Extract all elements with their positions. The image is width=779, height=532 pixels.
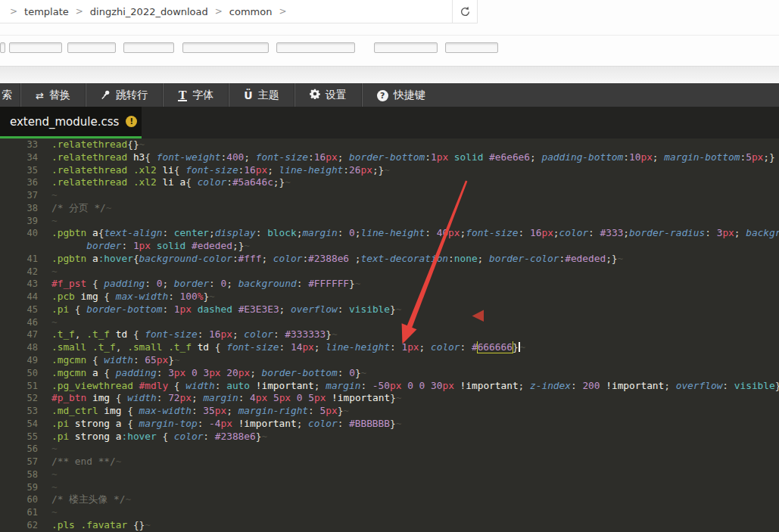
code-line-text: #f_pst { padding: 0; border: 0; backgrou…: [38, 278, 779, 291]
toolbar-item-label: 跳转行: [116, 89, 148, 102]
toolbar-item-label: 主题: [258, 89, 279, 102]
code-line[interactable]: 53.md_ctrl img { max-width: 35px; margin…: [0, 405, 779, 418]
toolbar-item-replace[interactable]: ⇄替换: [21, 83, 85, 107]
partial-button[interactable]: [445, 42, 498, 53]
eol-marker: ~: [343, 405, 349, 416]
code-line[interactable]: 61~: [0, 506, 779, 519]
code-line[interactable]: 35.relatethread .xl2 li{ font-size:16px;…: [0, 164, 779, 177]
eol-marker: ~: [618, 253, 624, 264]
code-line[interactable]: 51.pg_viewthread #mdly { width: auto !im…: [0, 380, 779, 393]
code-line[interactable]: 33.relatethread{}~: [0, 138, 779, 151]
eol-marker: ~: [51, 506, 58, 518]
toolbar-item-search[interactable]: 索: [0, 83, 20, 107]
tab-label: extend_module.css: [10, 115, 119, 129]
theme-icon: Ü: [244, 89, 252, 101]
toolbar-item-settings[interactable]: 设置: [295, 83, 361, 107]
partial-button[interactable]: [182, 42, 269, 53]
line-number: 35: [0, 164, 38, 177]
code-editor[interactable]: 33.relatethread{}~34.relatethread h3{ fo…: [0, 138, 779, 532]
code-line[interactable]: 56~: [0, 443, 779, 456]
code-line-text: .pi strong a { margin-top: -4px !importa…: [38, 418, 779, 431]
partial-button[interactable]: [276, 42, 355, 53]
code-line-text: .small .t_f, .small .t_f td { font-size:…: [38, 341, 779, 354]
eol-marker: ~: [384, 164, 390, 176]
line-number: 46: [0, 316, 38, 329]
breadcrumb-item[interactable]: template: [24, 6, 69, 17]
line-number: 60: [0, 493, 38, 506]
code-line-text: .pgbtn a:hover{background-color:#fff; co…: [38, 253, 779, 266]
line-number: 45: [0, 303, 38, 316]
partial-button[interactable]: [123, 42, 174, 53]
line-number: 55: [0, 431, 38, 443]
code-line[interactable]: 52#p_btn img { width: 72px; margin: 4px …: [0, 392, 779, 405]
line-number: 59: [0, 481, 38, 494]
eol-marker: ~: [51, 215, 58, 226]
code-line[interactable]: 46~: [0, 316, 779, 329]
code-line[interactable]: 49.mgcmn { width: 65px}~: [0, 354, 779, 367]
code-line[interactable]: 60/* 楼主头像 */~: [0, 493, 779, 506]
code-line[interactable]: 62.pls .favatar {}~: [0, 519, 779, 532]
code-line[interactable]: 58~: [0, 468, 779, 481]
code-line[interactable]: 38/* 分页 */~: [0, 202, 779, 215]
code-line-text: .mgcmn { width: 65px}~: [38, 354, 779, 367]
breadcrumb-item[interactable]: dingzhi_2022_download: [90, 6, 208, 17]
code-line-text: ~: [38, 189, 779, 202]
eol-marker: ~: [51, 468, 58, 480]
breadcrumb-chevron-icon: >: [10, 6, 17, 17]
line-number: 48: [0, 341, 38, 354]
code-line[interactable]: 45.pi { border-bottom: 1px dashed #E3E3E…: [0, 303, 779, 316]
code-line[interactable]: 42~: [0, 266, 779, 278]
code-line[interactable]: 54.pi strong a { margin-top: -4px !impor…: [0, 418, 779, 431]
code-line[interactable]: 43#f_pst { padding: 0; border: 0; backgr…: [0, 278, 779, 291]
breadcrumb-item[interactable]: common: [229, 6, 273, 17]
tab-extend-module-css[interactable]: extend_module.css !: [0, 107, 142, 138]
line-number: 34: [0, 151, 38, 164]
divider: [0, 35, 779, 36]
code-line[interactable]: 41.pgbtn a:hover{background-color:#fff; …: [0, 253, 779, 266]
code-line[interactable]: 59~: [0, 481, 779, 494]
code-line-text: .mgcmn a { padding: 3px 0 3px 20px; bord…: [38, 367, 779, 380]
code-line[interactable]: 39~: [0, 215, 779, 228]
code-line-text: ~: [38, 468, 779, 481]
breadcrumb-chevron-icon: >: [76, 6, 83, 17]
code-line[interactable]: 40.pgbtn a{text-align: center;display: b…: [0, 227, 779, 240]
partial-button[interactable]: [9, 42, 62, 53]
line-number: 58: [0, 468, 38, 481]
eol-marker: ~: [51, 316, 58, 328]
code-line[interactable]: 57/** end **/~: [0, 456, 779, 468]
code-line-text: /* 分页 */~: [38, 202, 779, 215]
code-line-text: .pg_viewthread #mdly { width: auto !impo…: [38, 380, 779, 393]
toolbar-item-goto-line[interactable]: 跳转行: [86, 83, 162, 107]
eol-marker: ~: [51, 443, 58, 454]
partial-button[interactable]: [0, 42, 5, 53]
code-line[interactable]: 37~: [0, 189, 779, 202]
code-line[interactable]: 55.pi strong a:hover { color: #2388e6}~: [0, 431, 779, 443]
partial-button[interactable]: [374, 42, 438, 53]
toolbar-item-label: 快捷键: [394, 89, 425, 102]
code-line[interactable]: border: 1px solid #ededed;}~: [0, 240, 779, 253]
code-line[interactable]: 47.t_f, .t_f td { font-size: 16px; color…: [0, 328, 779, 341]
replace-icon: ⇄: [36, 89, 44, 101]
partial-button[interactable]: [67, 42, 116, 53]
code-line[interactable]: 48.small .t_f, .small .t_f td { font-siz…: [0, 341, 779, 354]
line-number: 57: [0, 456, 38, 468]
goto-line-icon: [101, 89, 111, 101]
line-number: 38: [0, 202, 38, 215]
code-line-text: /** end **/~: [38, 456, 779, 468]
toolbar-item-label: 索: [2, 89, 12, 102]
code-line[interactable]: 36.relatethread .xl2 li a{ color:#5a646c…: [0, 176, 779, 189]
toolbar-item-font[interactable]: T字体: [164, 83, 228, 107]
toolbar-item-label: 字体: [192, 89, 213, 102]
toolbar-item-shortcuts[interactable]: ?快捷键: [363, 83, 440, 107]
line-number: 53: [0, 405, 38, 418]
code-line-text: .pls .favatar {}~: [38, 519, 779, 532]
line-number: 36: [0, 176, 38, 189]
refresh-button[interactable]: [452, 0, 477, 23]
eol-marker: ~: [51, 481, 58, 493]
code-line[interactable]: 50.mgcmn a { padding: 3px 0 3px 20px; bo…: [0, 367, 779, 380]
eol-marker: ~: [361, 367, 367, 378]
code-line[interactable]: 34.relatethread h3{ font-weight:400; fon…: [0, 151, 779, 164]
eol-marker: ~: [106, 202, 112, 213]
toolbar-item-theme[interactable]: Ü主题: [229, 83, 293, 107]
code-line[interactable]: 44.pcb img { max-width: 100%}~: [0, 291, 779, 303]
